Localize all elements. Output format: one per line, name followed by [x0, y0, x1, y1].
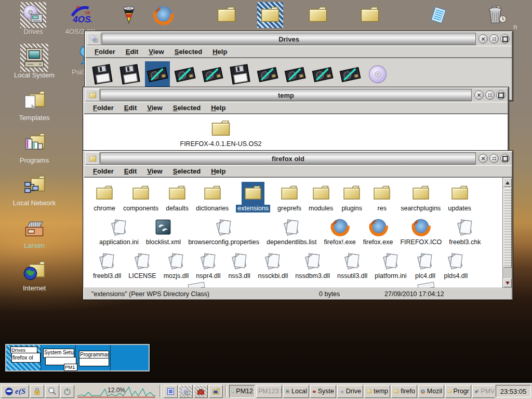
file-item[interactable]: freebl3.dll: [89, 249, 125, 280]
desktop-icon[interactable]: Larsen: [7, 214, 61, 257]
tool-button[interactable]: [60, 385, 74, 398]
folder-item[interactable]: defaults: [162, 182, 192, 212]
file-item[interactable]: nspr4.dll: [192, 249, 224, 280]
close-button[interactable]: [478, 154, 488, 163]
window-list-cell[interactable]: [111, 345, 148, 370]
desktop-icon[interactable]: [302, 2, 334, 28]
file-item[interactable]: firefox!.exe: [321, 216, 360, 246]
task-button[interactable]: PM12: [229, 385, 255, 398]
task-button[interactable]: firefo: [391, 385, 417, 398]
file-item[interactable]: dependentlibs.list: [263, 216, 321, 246]
scroll-up-button[interactable]: [503, 178, 512, 187]
task-button[interactable]: Mozil: [418, 385, 444, 398]
system-menu-button[interactable]: [85, 152, 100, 165]
ecs-menu-button[interactable]: e(S: [1, 385, 29, 398]
file-item[interactable]: mozjs.dll: [160, 249, 193, 280]
file-item[interactable]: nss3.dll: [224, 249, 255, 280]
file-item[interactable]: application.ini: [96, 216, 142, 246]
file-item[interactable]: browserconfig.properties: [184, 216, 263, 246]
folder-item[interactable]: chrome: [89, 182, 119, 212]
drive-icon-item[interactable]: [172, 61, 197, 87]
task-button[interactable]: Syste: [310, 385, 336, 398]
menu-item[interactable]: Edit: [122, 103, 140, 112]
folder-item[interactable]: greprefs: [274, 182, 305, 212]
menu-item[interactable]: Help: [208, 167, 228, 176]
folder-item[interactable]: dictionaries: [192, 182, 232, 212]
drive-icon-item[interactable]: [338, 61, 363, 87]
drive-icon-item[interactable]: [145, 61, 170, 87]
file-item[interactable]: nssckbi.dll: [255, 249, 292, 280]
desktop-icon[interactable]: [423, 2, 454, 28]
menu-item[interactable]: View: [144, 167, 165, 176]
desktop-icon[interactable]: Internet: [7, 257, 61, 299]
menu-item[interactable]: Help: [208, 103, 228, 112]
menu-item[interactable]: Help: [210, 47, 230, 56]
hide-button[interactable]: [489, 154, 499, 163]
desktop-icon[interactable]: [481, 2, 512, 28]
menu-item[interactable]: Selected: [170, 167, 203, 176]
task-button[interactable]: temp: [364, 385, 390, 398]
drive-icon-item[interactable]: [310, 61, 335, 87]
vertical-scrollbar[interactable]: [502, 178, 512, 288]
file-item[interactable]: nssdbm3.dll: [291, 249, 334, 280]
quick-launch-button[interactable]: [179, 385, 193, 398]
file-item[interactable]: FIREFOX.ICO: [396, 216, 445, 246]
hide-button[interactable]: [485, 90, 495, 100]
folder-item[interactable]: searchplugins: [397, 182, 444, 212]
file-item[interactable]: nssutil3.dll: [334, 249, 371, 280]
maximize-button[interactable]: [500, 154, 510, 163]
window-list-cell[interactable]: System Setu PM1: [41, 345, 76, 370]
desktop-icon[interactable]: Programs: [7, 129, 61, 171]
drive-icon-item[interactable]: [228, 61, 252, 87]
desktop-icon[interactable]: [113, 2, 144, 28]
task-button[interactable]: Local: [283, 385, 309, 398]
menu-item[interactable]: View: [146, 47, 166, 56]
folder-item[interactable]: updates: [444, 182, 474, 212]
folder-item[interactable]: extensions: [232, 182, 274, 212]
task-button[interactable]: PM123 P: [256, 385, 282, 398]
task-button[interactable]: PMVi: [472, 385, 495, 398]
drive-icon-item[interactable]: [365, 61, 390, 87]
quick-launch-button[interactable]: [164, 385, 178, 398]
hide-button[interactable]: [489, 34, 499, 44]
task-button[interactable]: Progr: [445, 385, 471, 398]
tool-button[interactable]: [30, 385, 44, 398]
file-item[interactable]: plds4.dll: [440, 249, 471, 280]
folder-item[interactable]: modules: [305, 182, 337, 212]
desktop-icon[interactable]: Templates: [7, 86, 61, 129]
desktop-icon[interactable]: Drives: [18, 2, 49, 35]
titlebar[interactable]: firefox old: [84, 152, 512, 165]
desktop-icon[interactable]: Local Network: [7, 171, 61, 214]
system-menu-button[interactable]: [87, 33, 101, 45]
menu-item[interactable]: Folder: [90, 103, 116, 112]
menu-item[interactable]: Edit: [123, 47, 141, 56]
menu-item[interactable]: Selected: [170, 103, 203, 112]
menu-item[interactable]: Edit: [122, 167, 140, 176]
titlebar[interactable]: Drives: [86, 32, 512, 46]
scrollbar-thumb[interactable]: [503, 188, 512, 268]
scroll-down-button[interactable]: [503, 278, 512, 287]
file-item[interactable]: plc4.dll: [410, 249, 440, 280]
maximize-button[interactable]: [500, 34, 510, 44]
tool-button[interactable]: [45, 385, 59, 398]
file-item[interactable]: firefox.exe: [360, 216, 397, 246]
file-item[interactable]: blocklist.xml: [142, 216, 184, 246]
folder-item[interactable]: res: [367, 182, 397, 212]
drive-icon-item[interactable]: [283, 61, 308, 87]
desktop-icon[interactable]: [211, 2, 242, 28]
quick-launch-button[interactable]: [209, 385, 223, 398]
quick-launch-button[interactable]: [194, 385, 208, 398]
window-list-cell[interactable]: Programmas: [76, 345, 111, 370]
window-list-cell[interactable]: Drives firefox ol: [6, 345, 41, 370]
desktop-icon[interactable]: Local System: [7, 44, 61, 86]
file-item[interactable]: LICENSE: [125, 249, 160, 280]
file-item[interactable]: platform.ini: [371, 249, 410, 280]
system-menu-button[interactable]: [85, 89, 100, 101]
titlebar[interactable]: temp: [84, 88, 508, 102]
close-button[interactable]: [474, 90, 484, 100]
folder-item[interactable]: plugins: [337, 182, 367, 212]
close-button[interactable]: [478, 34, 488, 44]
task-button[interactable]: Drive: [337, 385, 363, 398]
desktop-icon[interactable]: [354, 2, 385, 28]
menu-item[interactable]: Selected: [172, 47, 205, 56]
